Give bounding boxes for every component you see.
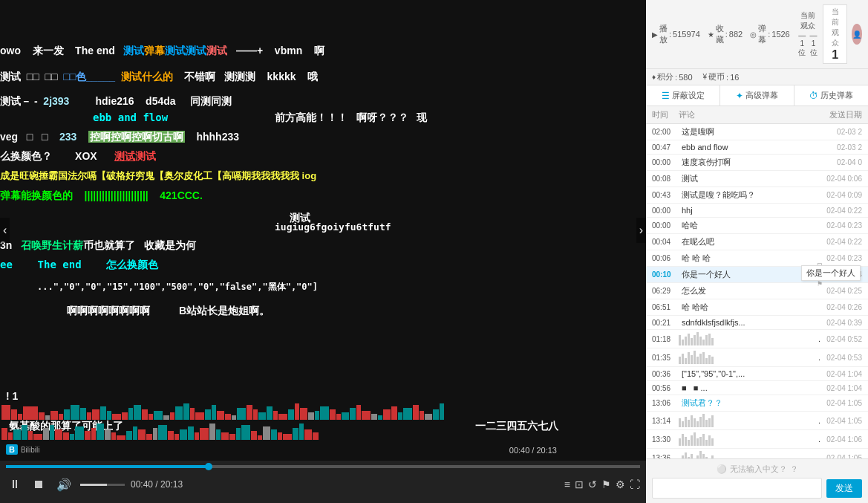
comment-time: 00:06 [652,254,679,262]
comment-row-4[interactable]: 00:43 测试是嗖？能吃吗？ 02-04 0:09 [646,187,868,204]
comment-date: 02-04 0:06 [821,175,862,183]
comment-date: 02-04 0:23 [821,254,862,262]
hint-text: 无法输入中文？ [730,464,787,475]
fullscreen-icon[interactable]: ⛶ [630,478,640,490]
color-bars-top [0,397,646,420]
send-button[interactable]: 发送 [826,479,862,498]
comment-text: 这是嗖啊 [679,126,821,137]
action-buttons: ☰ 屏蔽设定 ✦ 高级弹幕 ⏱ 历史弹幕 [646,85,868,106]
stats-row: ▶ 播放: 515974 ★ 收藏: 882 ◎ 弹幕: 1526 当前观众 —… [646,0,868,69]
comment-time: 00:36 [652,370,679,378]
comment-time: 13:06 [652,399,679,407]
nav-next[interactable]: › [636,218,646,243]
comment-row-9[interactable]: 00:10 你是一个好人 02-04 0:24 ⊟ ⓘ ⚑ 你是一个好人 [646,267,868,283]
history-btn[interactable]: ⏱ 历史弹幕 [794,85,868,106]
comment-row-20[interactable]: 13:36 ... 02-04 1:05 [646,449,868,458]
cast-icon[interactable]: ⊡ [575,478,584,490]
comment-time: 00:21 [652,319,679,327]
comment-row-6[interactable]: 00:00 哈哈 02-04 0:23 [646,218,868,234]
comment-time: 02:00 [652,128,679,136]
rank-label: 当前观众 [797,10,818,31]
comment-date: 02-04 0:22 [821,207,862,215]
tooltip: 你是一个好人 [801,265,861,281]
comment-date: 02-04 1:06 [821,435,862,444]
comment-time: 01:35 [652,354,679,362]
audience-info: 当前观众 1 [828,7,842,62]
advanced-label: 高级弹幕 [745,90,778,101]
comment-time: 00:56 [652,384,679,392]
danmaku-item: 3n 召唤野生计薪币也就算了 收藏是为何 [0,239,196,253]
comment-row-19[interactable]: 13:30 ... 02-04 1:06 [646,430,868,449]
comment-row-2[interactable]: 00:00 速度哀伤打啊 02-04 0 [646,155,868,171]
danmaku-item: owo 来一发 The end 测试弹幕测试测试测试 ——+ vbmn 啊 [0,45,324,58]
volume-button[interactable]: 🔊 [53,476,74,493]
comment-text: ■ ■ ... [679,383,821,392]
comment-date: 02-04 0:53 [821,354,862,362]
comment-row-7[interactable]: 00:04 在呢么吧 02-04 0:22 [646,234,868,250]
comment-row-1[interactable]: 00:47 ebb and flow 02-03 2 [646,140,868,155]
loop-icon[interactable]: ↺ [588,478,597,490]
comment-row-15[interactable]: 00:36 ["15","95","0-1",... 02-04 1:04 [646,367,868,381]
hist-bars [679,332,815,345]
fans-icon: ▶ [652,30,658,39]
comment-text: 测试 [679,173,821,184]
comment-row-11[interactable]: 06:51 哈 哈哈 02-04 0:26 [646,299,868,316]
input-hint: ⚪ 无法输入中文？ ？ [652,464,862,475]
stats-row2: ♦ 积分: 580 ¥ 硬币: 16 [646,69,868,85]
comment-row-14[interactable]: 01:35 ... 02-04 0:53 [646,348,868,367]
comment-row-18[interactable]: 13:14 ... 02-04 1:05 [646,412,868,430]
rank-area: 当前观众 — 1位 — 1位 [797,10,818,58]
comment-date: 02-04 1:04 [821,384,862,392]
shield-btn[interactable]: ☰ 屏蔽设定 [646,85,720,106]
logo-text: Bilibili [21,446,40,454]
advanced-icon: ✦ [736,91,743,101]
comment-text: ebb and flow [679,143,821,152]
flag-icon[interactable]: ⚑ [601,478,611,490]
comment-text: ... [815,334,821,343]
comment-row-3[interactable]: 00:08 测试 02-04 0:06 [646,171,868,187]
volume-bar[interactable] [80,484,125,486]
comment-time: 00:00 [652,207,679,215]
comment-row-0[interactable]: 02:00 这是嗖啊 02-03 2 [646,124,868,140]
rank-value2: — 1位 [809,31,818,58]
danmaku-input[interactable] [652,478,822,499]
comment-row-12[interactable]: 00:21 sdnfdklsfjsdlkfjs... 02-04 0:39 [646,316,868,330]
nav-prev[interactable]: ‹ [0,218,10,243]
stat-currency: ¥ 硬币: 16 [703,71,740,82]
settings-icon[interactable]: ⚙ [616,478,625,490]
hist-bars [679,351,815,364]
coins-icon: ◎ [750,30,757,39]
danmaku-item: veg □ □ 233 控啊控啊控啊切古啊 hhhh233 [0,131,239,144]
advanced-btn[interactable]: ✦ 高级弹幕 [720,85,794,106]
comment-row-5[interactable]: 00:00 hhj 02-04 0:22 [646,204,868,218]
comment-row-17[interactable]: 13:06 测试君？？ 02-04 1:05 [646,395,868,412]
collect-label: 收藏 [716,23,724,45]
video-area[interactable]: ‹ › owo 来一发 The end 测试弹幕测试测试测试 ——+ vbmn … [0,0,646,461]
comment-text: 怎么发 [679,285,821,296]
col-time: 时间 [652,109,679,120]
danmaku-item: 弹幕能换颜色的 |||||||||||||||||||||| 421CCC. [0,189,203,203]
progress-bar[interactable] [6,465,640,468]
history-label: 历史弹幕 [820,90,853,101]
progress-filled [6,465,209,468]
comment-row-8[interactable]: 00:06 哈 哈 哈 02-04 0:23 [646,250,868,267]
comment-time: 13:14 [652,417,679,425]
comment-date: 02-04 0:22 [821,238,862,246]
danmaku-item: 啊啊啊啊啊啊啊啊 B站站长是炮姐啊。 [67,305,270,318]
danmaku-icon[interactable]: ≡ [564,478,570,490]
input-area: ⚪ 无法输入中文？ ？ 发送 [646,458,868,503]
col-date: 发送日期 [818,109,862,120]
audience-count: 1 [828,48,842,62]
comment-row-13[interactable]: 01:18 ... 02-04 0:52 [646,330,868,348]
comment-row-10[interactable]: 06:29 怎么发 02-04 0:25 [646,283,868,299]
comment-text: 你是一个好人 [679,269,821,280]
comment-date: 02-04 0:26 [821,303,862,311]
comment-date: 02-04 0:09 [821,191,862,199]
play-button[interactable]: ⏸ [6,476,24,493]
danmaku-overlay: owo 来一发 The end 测试弹幕测试测试测试 ——+ vbmn 啊 测试… [0,0,646,461]
comment-time: 00:04 [652,238,679,246]
stop-button[interactable]: ⏹ [30,476,48,493]
comment-text: 测试是嗖？能吃吗？ [679,189,821,201]
comment-row-16[interactable]: 00:56 ■ ■ ... 02-04 1:04 [646,381,868,395]
comment-text: ... [815,435,821,444]
